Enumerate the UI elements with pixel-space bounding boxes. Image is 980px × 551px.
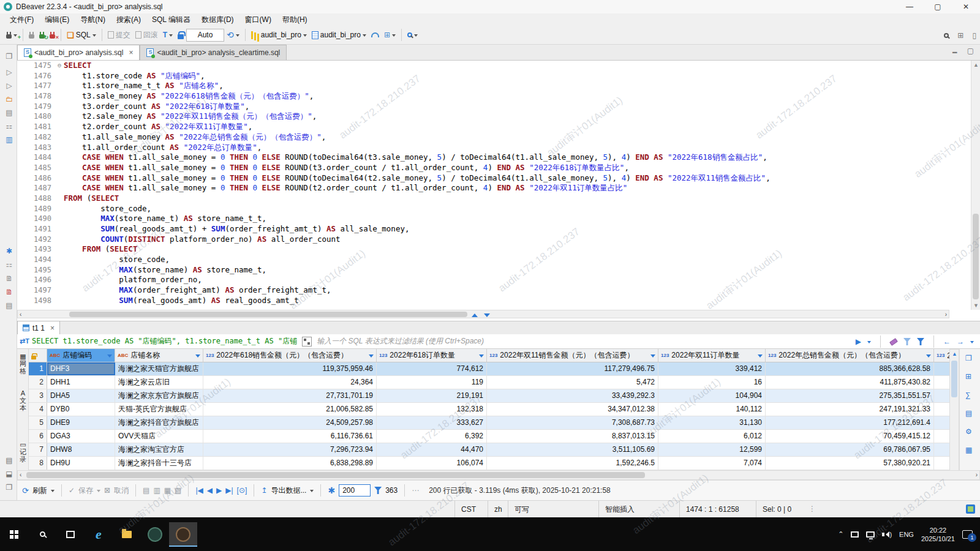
menu-item-1[interactable]: 编辑(E) — [40, 13, 74, 26]
tray-volume-icon[interactable]: ) — [882, 531, 892, 538]
column-header-1[interactable]: ABC店铺名称 — [115, 349, 203, 362]
cell[interactable] — [934, 416, 949, 429]
cell[interactable] — [934, 376, 949, 389]
start-button[interactable] — [0, 522, 28, 547]
minimize-view-icon[interactable]: 🗕 — [951, 47, 959, 55]
cell[interactable]: 海澜之家京东官方旗舰店 — [115, 389, 203, 402]
menu-item-4[interactable]: SQL 编辑器 — [147, 13, 195, 26]
filter-input[interactable]: 输入一个 SQL 表达式来过滤结果 (使用 Ctrl+Space) — [317, 336, 484, 347]
reconnect-icon[interactable]: ↻ — [37, 29, 47, 40]
cell[interactable]: 411,875,430.82 — [766, 376, 934, 389]
cell[interactable]: 24,509,257.98 — [203, 416, 377, 429]
result-panel-icon-3[interactable]: ▤ — [965, 409, 972, 418]
column-dropdown-icon[interactable] — [195, 354, 200, 360]
menu-item-3[interactable]: 搜索(A) — [111, 13, 146, 26]
cell[interactable]: 132,318 — [377, 403, 487, 416]
cell[interactable]: 16 — [658, 376, 766, 389]
disconnect-icon[interactable]: × — [47, 29, 58, 40]
settings-gear-icon[interactable]: ✱ — [4, 247, 15, 255]
cell[interactable]: 海澜之家淘宝官方店 — [115, 443, 203, 456]
language-indicator[interactable]: ENG — [899, 531, 914, 538]
open-perspective-icon[interactable]: ⊞ — [957, 31, 963, 40]
save-icon[interactable]: ✓ — [69, 486, 75, 495]
fold-marker[interactable]: ⊖ — [55, 61, 64, 71]
export-button[interactable]: 导出数据... — [271, 485, 306, 496]
schema-selector[interactable]: audit_bi_pro — [309, 29, 369, 41]
dbeaver-taskbar-button[interactable] — [169, 522, 197, 547]
cell[interactable]: 7,296,723.94 — [203, 443, 377, 456]
expand-filter-icon[interactable] — [302, 337, 312, 347]
apply-filter-icon[interactable]: ▶ — [856, 337, 861, 346]
delete-row-icon[interactable]: ▧ — [175, 486, 181, 495]
cell[interactable]: 6,012 — [658, 430, 766, 443]
cell[interactable]: 6,838,298.89 — [203, 457, 377, 470]
script-icon[interactable]: ▤ — [4, 108, 15, 117]
sql-editor-button[interactable]: ❏SQL — [64, 29, 99, 42]
column-dropdown-icon[interactable] — [369, 354, 374, 360]
cell[interactable]: 21,006,582.85 — [203, 403, 377, 416]
restore-view-icon[interactable]: ❐ — [4, 52, 15, 61]
row-number[interactable]: 8 — [29, 457, 47, 470]
row-number[interactable]: 4 — [29, 403, 47, 416]
cell[interactable]: 119,375,959.46 — [203, 362, 377, 375]
tray-device-icon[interactable] — [851, 531, 859, 538]
splitter-collapse-buttons[interactable] — [472, 310, 490, 320]
dashboard-icon[interactable] — [369, 31, 382, 39]
quick-search-icon[interactable] — [944, 33, 949, 38]
add-row-icon[interactable]: ▥ — [153, 486, 160, 495]
cell[interactable]: 119 — [377, 376, 487, 389]
maximize-view-icon[interactable]: ▢ — [967, 47, 974, 55]
clear-filter-icon[interactable] — [889, 338, 898, 346]
result-panel-icon-1[interactable]: ⊞ — [965, 372, 971, 381]
cell[interactable]: 7,308,687.73 — [487, 416, 658, 429]
search-button[interactable] — [405, 30, 420, 40]
cell[interactable]: 27,731,701.19 — [203, 389, 377, 402]
presentation-tab-记录[interactable]: ▭记录 — [17, 441, 29, 463]
cell[interactable] — [934, 389, 949, 402]
action-center-icon[interactable]: 1 — [962, 530, 973, 539]
cell[interactable] — [934, 403, 949, 416]
result-panel-icon-0[interactable]: ❐ — [965, 354, 972, 362]
column-dropdown-icon[interactable] — [479, 354, 484, 360]
cell[interactable]: 12,599 — [658, 443, 766, 456]
history-forward-icon[interactable]: → — [957, 337, 964, 346]
presentation-tab-网格[interactable]: ▦网格 — [17, 353, 29, 375]
tab-close-icon[interactable]: × — [129, 48, 133, 57]
cell[interactable]: 天猫-英氏官方旗舰店 — [115, 403, 203, 416]
cell[interactable]: 247,191,321.33 — [766, 403, 934, 416]
sql-editor[interactable]: 1475⊖SELECT1476 t1.store_code AS "店铺编码",… — [17, 61, 949, 310]
cell[interactable]: 6,392 — [377, 430, 487, 443]
row-number[interactable]: 1 — [29, 362, 47, 375]
result-panel-icon-2[interactable]: ∑ — [965, 391, 971, 399]
result-panel-icon-5[interactable]: ▦ — [965, 446, 972, 454]
minimize-button[interactable]: — — [895, 0, 924, 13]
cell[interactable] — [934, 457, 949, 470]
refresh-icon[interactable]: ⟳ — [22, 486, 29, 495]
column-dropdown-icon[interactable] — [926, 354, 931, 360]
column-header-4[interactable]: 1232022年双11销售金额（元）（包含运费） — [487, 349, 658, 362]
cell[interactable]: 219,191 — [377, 389, 487, 402]
cell[interactable]: 69,786,067.95 — [766, 443, 934, 456]
cell[interactable]: 885,366,628.58 — [766, 362, 934, 375]
cell[interactable]: 140,112 — [658, 403, 766, 416]
cell[interactable]: 33,439,292.3 — [487, 389, 658, 402]
open-file-icon[interactable]: 🗀 — [4, 95, 15, 103]
row-number[interactable]: 6 — [29, 430, 47, 443]
cell[interactable]: DH9U — [47, 457, 115, 470]
refresh-label[interactable]: 刷新 — [32, 485, 47, 496]
tab-analysis-cleartime-sql[interactable]: <audit_bi_pro> analysis_cleartime.sql — [140, 45, 287, 60]
filter-icon[interactable] — [917, 338, 924, 345]
row-number[interactable]: 5 — [29, 416, 47, 429]
cell[interactable]: DGA3 — [47, 430, 115, 443]
statusbar-item-3[interactable]: 智能插入 — [598, 501, 679, 518]
result-panel-icon-4[interactable]: ⚙ — [965, 427, 972, 436]
panel-a-icon[interactable]: ▤ — [4, 456, 15, 465]
cell[interactable]: 海澜之家抖音十三号店 — [115, 457, 203, 470]
first-row-icon[interactable]: |◀ — [195, 486, 203, 495]
menu-item-2[interactable]: 导航(N) — [75, 13, 110, 26]
tab-analysis-sql[interactable]: <audit_bi_pro> analysis.sql × — [17, 45, 140, 60]
cell[interactable]: 44,470 — [377, 443, 487, 456]
run-script-icon[interactable]: ▷ — [4, 68, 15, 77]
save-label[interactable]: 保存 — [78, 485, 93, 496]
result-tab-close-icon[interactable]: × — [50, 324, 55, 332]
